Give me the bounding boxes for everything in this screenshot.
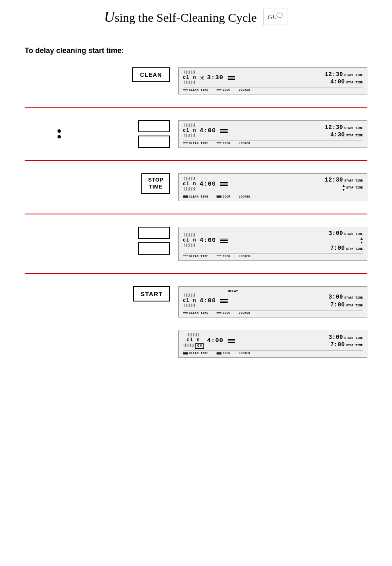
display-footer-6: CLEAN TIME DOOR LOCKED	[183, 350, 363, 355]
footer-locked-1: LOCKED	[239, 88, 250, 92]
divider-4	[25, 273, 367, 274]
footer-clean-6: CLEAN TIME	[189, 352, 208, 355]
footer-clean-5: CLEAN TIME	[189, 311, 208, 315]
bullet-2	[58, 135, 61, 138]
display-panel-1: ⌇⌇⌇⌇⌇⌇⌇ cl n ⌇⌇⌇⌇⌇⌇⌇ ✳ 3:30 12:30	[178, 67, 367, 94]
display-panel-4: ⌇⌇⌇⌇⌇⌇⌇ cl n ⌇⌇⌇⌇⌇⌇⌇ 4:00 3:00 START T	[178, 227, 367, 261]
display-panel-6: ⌇⌇⌇⌇⌇⌇⌇ cl n ⌇⌇⌇⌇⌇⌇⌇ ON 4:00	[178, 330, 367, 358]
page-title: Using the Self-Cleaning Cycle	[104, 8, 257, 25]
step-4-row: ⌇⌇⌇⌇⌇⌇⌇ cl n ⌇⌇⌇⌇⌇⌇⌇ 4:00 3:00 START T	[25, 223, 367, 265]
display-lines-5	[220, 299, 228, 303]
start-label-6: START TIME	[344, 336, 363, 340]
stop-time-5: 7:00	[330, 301, 345, 308]
bullet-1	[58, 129, 61, 133]
cl-n-4: cl n	[183, 238, 196, 243]
wavy-bottom-6: ⌇⌇⌇⌇⌇⌇⌇	[183, 343, 194, 348]
wavy-bottom-4: ⌇⌇⌇⌇⌇⌇⌇	[184, 243, 195, 248]
section-heading: To delay cleaning start time:	[25, 46, 367, 55]
blank-btn-top-2[interactable]	[138, 120, 170, 132]
page-header: Using the Self-Cleaning Cycle GE	[16, 8, 376, 25]
delay-label-5: DELAY	[228, 289, 238, 293]
display-footer-5: CLEAN TIME DOOR LOCKED	[183, 310, 363, 315]
start-label-1: START TIME	[344, 74, 363, 77]
footer-door-2: DOOR	[223, 142, 231, 145]
divider-1	[25, 107, 367, 108]
display-lines-6	[228, 339, 235, 343]
cl-n-5: cl n	[183, 298, 196, 304]
display-panel-5: DELAY ⌇⌇⌇⌇⌇⌇⌇ cl n ⌇⌇⌇⌇⌇⌇⌇ 4:00	[178, 286, 367, 318]
blank-btn-bottom-2[interactable]	[138, 136, 170, 148]
display-lines-2	[220, 129, 228, 133]
display-panel-2: ⌇⌇⌇⌇⌇⌇⌇ cl n ⌇⌇⌇⌇⌇⌇⌇ 4:00 12:30 START	[178, 120, 367, 147]
footer-locked-3: LOCKED	[239, 195, 250, 198]
start-time-3: 12:30	[325, 176, 343, 184]
start-label-3: START TIME	[344, 179, 363, 183]
stop-time-alt-4: 7:00	[330, 244, 345, 252]
footer-clean-1: CLEAN TIME	[189, 88, 208, 92]
stop-time-button[interactable]: STOPTIME	[141, 173, 170, 194]
display-lines-4	[220, 239, 228, 243]
footer-clean-3: CLEAN TIME	[189, 195, 208, 198]
step-5-row: START DELAY ⌇⌇⌇⌇⌇⌇⌇ cl n ⌇⌇⌇⌇⌇⌇⌇ 4:00	[25, 282, 367, 322]
wavy-bottom-5: ⌇⌇⌇⌇⌇⌇⌇	[184, 304, 195, 308]
footer-clean-2: CLEAN TIME	[189, 142, 208, 145]
start-button[interactable]: START	[133, 286, 170, 301]
footer-door-4: DOOR	[223, 255, 231, 258]
title-u-letter: U	[104, 9, 115, 25]
blank-btn-top-4[interactable]	[138, 227, 170, 239]
step-2-row: ⌇⌇⌇⌇⌇⌇⌇ cl n ⌇⌇⌇⌇⌇⌇⌇ 4:00 12:30 START	[25, 116, 367, 152]
display-right-5: 3:00 START TIME 7:00 STOP TIME	[328, 293, 363, 308]
center-time-6: 4:00	[207, 337, 224, 344]
display-footer-3: CLEAN TIME DOOR LOCKED	[183, 194, 363, 198]
start-label-2: START TIME	[344, 127, 363, 130]
start-label-4: START TIME	[344, 232, 363, 236]
footer-locked-2: LOCKED	[239, 142, 250, 145]
step-1-row: CLEAN ⌇⌇⌇⌇⌇⌇⌇ cl n ⌇⌇⌇⌇⌇⌇⌇ ✳ 3:30	[25, 63, 367, 99]
display-right-6: 3:00 START TIME 7:00 STOP TIME	[328, 334, 363, 348]
display-footer-1: CLEAN TIME DOOR LOCKED	[183, 87, 363, 92]
display-right-4: 3:00 START TIME ▲ ▼ 7:00 STOP TIME	[328, 230, 363, 252]
stop-time-label: STOPTIME	[148, 177, 163, 191]
start-label-5: START TIME	[344, 296, 363, 300]
clean-button[interactable]: CLEAN	[132, 67, 170, 82]
display-lines-1	[228, 76, 235, 80]
footer-locked-5: LOCKED	[239, 311, 250, 315]
step-3-row: STOPTIME ⌇⌇⌇⌇⌇⌇⌇ cl n ⌇⌇⌇⌇⌇⌇⌇ 4:00	[25, 169, 367, 205]
start-time-2: 12:30	[325, 124, 343, 131]
stop-time-6: 7:00	[330, 341, 345, 348]
top-divider	[16, 38, 376, 38]
display-right-3: 12:30 START TIME ▲ ▼ STOP TIME	[325, 176, 363, 192]
step-6-row: ⌇⌇⌇⌇⌇⌇⌇ cl n ⌇⌇⌇⌇⌇⌇⌇ ON 4:00	[25, 326, 367, 362]
start-time-5: 3:00	[328, 293, 343, 301]
display-lines-3	[220, 182, 228, 186]
center-time-3: 4:00	[200, 181, 216, 188]
stop-label-5: STOP TIME	[346, 304, 363, 308]
footer-door-5: DOOR	[223, 311, 231, 315]
stop-time-1: 4:00	[330, 78, 345, 85]
cl-n-2: cl n	[183, 128, 196, 133]
brand-logo: GE	[263, 9, 288, 25]
blank-buttons-4	[138, 227, 170, 255]
display-right-1: 12:30 START TIME 4:00 STOP TIME	[325, 71, 363, 85]
footer-door-6: DOOR	[223, 352, 231, 355]
display-panel-3: ⌇⌇⌇⌇⌇⌇⌇ cl n ⌇⌇⌇⌇⌇⌇⌇ 4:00 12:30 START	[178, 173, 367, 201]
stop-time-2: 4:30	[330, 131, 345, 138]
cl-n-3: cl n	[183, 182, 196, 187]
wavy-bottom-2: ⌇⌇⌇⌇⌇⌇⌇	[184, 133, 195, 138]
center-time-5: 4:00	[200, 297, 216, 304]
blink-arrows-3: ▲ ▼	[342, 184, 345, 192]
svg-text:GE: GE	[267, 14, 277, 21]
stop-label-4: STOP TIME	[346, 247, 363, 251]
divider-2	[25, 160, 367, 161]
cl-n-6: cl n	[187, 338, 200, 343]
arrows-4: ▲ ▼	[360, 237, 363, 244]
footer-locked-4: LOCKED	[239, 255, 250, 258]
flame-icon-1: ✳	[200, 74, 205, 82]
display-footer-4: CLEAN TIME DOOR LOCKED	[183, 253, 363, 258]
center-time-2: 4:00	[200, 127, 216, 134]
blank-buttons-2	[138, 120, 170, 148]
blank-btn-bottom-4[interactable]	[138, 242, 170, 255]
display-right-2: 12:30 START TIME 4:30 STOP TIME	[325, 124, 363, 138]
stop-label-2: STOP TIME	[346, 134, 363, 138]
start-time-6: 3:00	[328, 334, 343, 341]
